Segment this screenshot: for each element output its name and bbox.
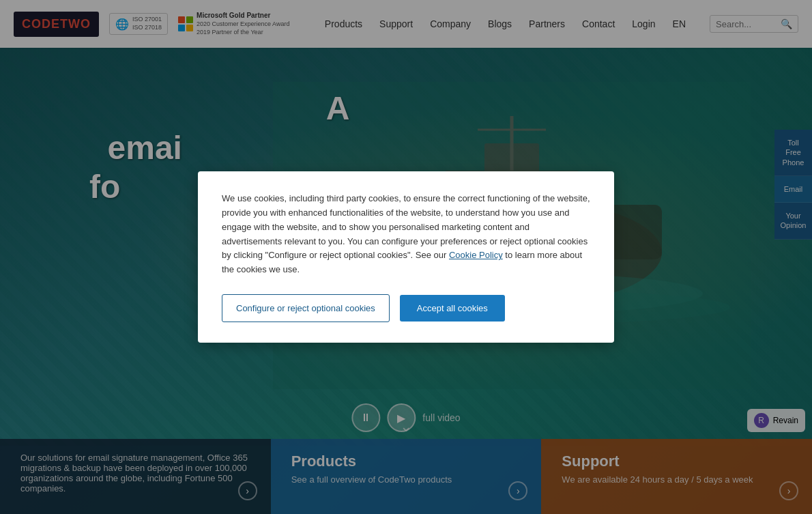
cookie-modal: We use cookies, including third party co… <box>198 171 614 343</box>
cookie-overlay: We use cookies, including third party co… <box>0 0 812 514</box>
cookie-buttons: Configure or reject optional cookies Acc… <box>222 294 590 322</box>
accept-cookies-button[interactable]: Accept all cookies <box>400 295 505 322</box>
cookie-body-text: We use cookies, including third party co… <box>222 192 590 277</box>
cookie-policy-link[interactable]: Cookie Policy <box>449 250 503 260</box>
configure-cookies-button[interactable]: Configure or reject optional cookies <box>222 294 390 322</box>
